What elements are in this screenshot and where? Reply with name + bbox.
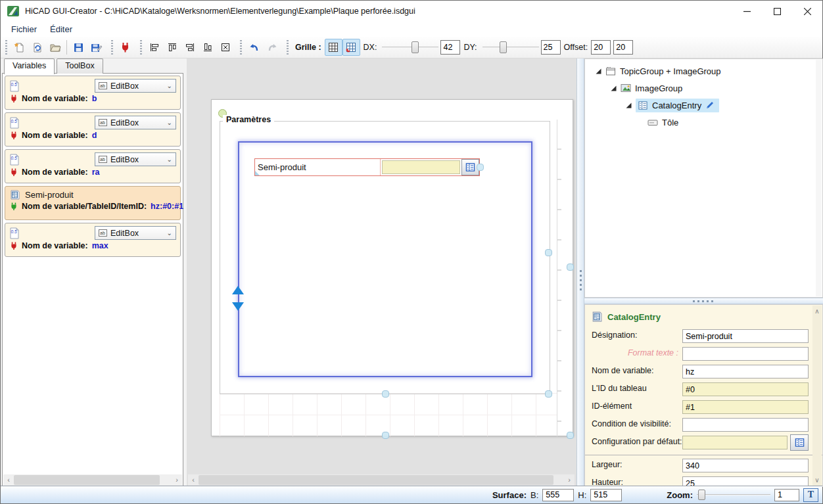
tree-item-catalogentry[interactable]: CatalogEntry	[585, 97, 822, 114]
scroll-up-icon[interactable]: ∧	[814, 308, 819, 315]
toolbar-grip[interactable]	[5, 40, 7, 55]
control-type-select[interactable]: ab EditBox ⌄	[95, 116, 176, 129]
tree-item-tole[interactable]: Tôle	[585, 114, 822, 131]
surface-width-input[interactable]	[542, 489, 574, 501]
horizontal-splitter[interactable]	[584, 298, 823, 304]
toolbar-grip[interactable]	[111, 40, 113, 55]
designation-input[interactable]	[682, 329, 809, 343]
tab-toolbox[interactable]: ToolBox	[57, 58, 103, 74]
selection-handle[interactable]	[567, 432, 574, 439]
catalog-card-semi-produit[interactable]: Semi-produit Nom de variable/TableID/Ite…	[5, 186, 181, 220]
open-file-button[interactable]	[46, 39, 64, 56]
scroll-left-icon[interactable]: ‹	[3, 475, 14, 485]
dx-value-input[interactable]	[440, 40, 460, 55]
table-id-input[interactable]	[682, 382, 809, 396]
expander-icon[interactable]	[626, 103, 632, 108]
configuration-defaut-input[interactable]	[682, 436, 788, 449]
format-texte-input[interactable]	[682, 347, 809, 361]
scroll-left-icon[interactable]: ‹	[188, 475, 199, 485]
vertical-resize-arrows[interactable]	[232, 286, 244, 312]
undo-icon[interactable]	[245, 39, 263, 56]
zoom-slider-thumb[interactable]	[698, 490, 705, 500]
toolbar-grip[interactable]	[140, 40, 142, 55]
toolbar-grip[interactable]	[287, 40, 289, 55]
imagegroup-selection[interactable]	[238, 141, 532, 377]
prop-row-condition-visibilite: Condition de visibilité:	[585, 416, 822, 434]
catalog-picker-button[interactable]	[790, 434, 809, 451]
edit-pencil-icon[interactable]	[705, 101, 715, 110]
menu-fichier[interactable]: Fichier	[5, 23, 43, 35]
tree-item-topicgroup[interactable]: TopicGroup + ImageGroup	[585, 62, 822, 80]
selection-handle[interactable]	[567, 263, 574, 271]
variable-card-d[interactable]: 0.5 ab EditBox ⌄ Nom de variable: d	[5, 112, 181, 147]
variable-card-ra[interactable]: 0.5 ab EditBox ⌄ Nom de variable: ra	[5, 149, 181, 183]
redo-icon[interactable]	[263, 39, 281, 56]
minimize-button[interactable]	[732, 1, 762, 22]
grid-toggle-button[interactable]	[325, 39, 342, 56]
close-button[interactable]	[792, 1, 822, 22]
catalog-card-label: Nom de variable/TableID/ItemID:	[22, 202, 147, 211]
fit-size-icon[interactable]	[216, 39, 234, 56]
variable-card-b[interactable]: 0.5 ab EditBox ⌄ Nom de variable: b	[5, 76, 181, 110]
zoom-value-input[interactable]	[774, 489, 799, 501]
align-right-icon[interactable]	[181, 39, 199, 56]
maximize-button[interactable]	[762, 1, 792, 22]
surface-height-input[interactable]	[590, 489, 622, 501]
tree-vscrollbar[interactable]	[816, 60, 822, 296]
dx-slider-thumb[interactable]	[412, 41, 419, 53]
condition-visibilite-input[interactable]	[682, 418, 809, 432]
reload-gui-button[interactable]	[28, 39, 46, 56]
dy-slider-thumb[interactable]	[500, 41, 507, 53]
canvas-hscrollbar[interactable]: ‹ ›	[188, 474, 575, 486]
scrollbar-thumb[interactable]	[199, 475, 553, 485]
offset-y-input[interactable]	[613, 40, 633, 55]
design-surface[interactable]: Paramètres Semi-produit	[211, 99, 573, 436]
expander-icon[interactable]	[596, 68, 601, 74]
offset-x-input[interactable]	[591, 40, 611, 55]
left-panel-hscrollbar[interactable]: ‹ ›	[3, 474, 182, 486]
properties-vscrollbar[interactable]: ∧ ∨	[812, 306, 822, 486]
tree-item-imagegroup[interactable]: ImageGroup	[585, 80, 822, 97]
dy-slider[interactable]	[482, 41, 539, 54]
align-top-icon[interactable]	[163, 39, 181, 56]
catalog-entry-field[interactable]	[382, 160, 460, 174]
selection-handle[interactable]	[477, 164, 484, 171]
variable-value: ra	[92, 168, 100, 177]
save-button[interactable]	[70, 39, 87, 56]
selection-handle[interactable]	[545, 390, 552, 398]
vertical-splitter[interactable]	[576, 58, 584, 487]
new-file-button[interactable]	[11, 39, 28, 56]
align-bottom-icon[interactable]	[199, 39, 216, 56]
item-id-input[interactable]	[682, 400, 809, 414]
expander-icon[interactable]	[611, 85, 617, 91]
scroll-right-icon[interactable]: ›	[564, 475, 575, 485]
tab-variables[interactable]: Variables	[4, 58, 55, 74]
selection-handle[interactable]	[382, 390, 389, 398]
scroll-right-icon[interactable]: ›	[172, 475, 182, 485]
control-type-select[interactable]: ab EditBox ⌄	[95, 226, 176, 240]
scrollbar-thumb[interactable]	[14, 475, 160, 485]
selection-handle[interactable]	[545, 249, 552, 256]
test-plug-button[interactable]	[116, 39, 134, 56]
control-type-select[interactable]: ab EditBox ⌄	[95, 79, 176, 93]
catalog-entry-widget[interactable]: Semi-produit	[254, 158, 480, 176]
save-as-button[interactable]	[87, 39, 105, 56]
dy-value-input[interactable]	[541, 40, 561, 55]
grid-snap-toggle-button[interactable]	[342, 39, 360, 56]
variable-card-max[interactable]: 0.5 ab EditBox ⌄ Nom de variable: max	[5, 223, 181, 257]
align-left-icon[interactable]	[145, 39, 163, 56]
scroll-down-icon[interactable]: ∨	[814, 476, 819, 484]
tree-selected-row[interactable]: CatalogEntry	[636, 99, 719, 112]
resize-corner-icon[interactable]	[255, 171, 260, 175]
nom-de-variable-input[interactable]	[682, 365, 809, 378]
selection-handle[interactable]	[382, 432, 389, 439]
dx-label: DX:	[364, 43, 377, 52]
text-mode-button[interactable]: T	[803, 488, 818, 502]
dx-slider[interactable]	[382, 41, 438, 54]
control-type-select[interactable]: ab EditBox ⌄	[95, 152, 176, 166]
menu-editer[interactable]: Éditer	[43, 23, 79, 35]
largeur-input[interactable]	[682, 459, 809, 472]
toolbar-grip[interactable]	[240, 40, 242, 55]
design-canvas[interactable]: Paramètres Semi-produit	[187, 58, 576, 487]
zoom-slider[interactable]	[697, 489, 770, 501]
